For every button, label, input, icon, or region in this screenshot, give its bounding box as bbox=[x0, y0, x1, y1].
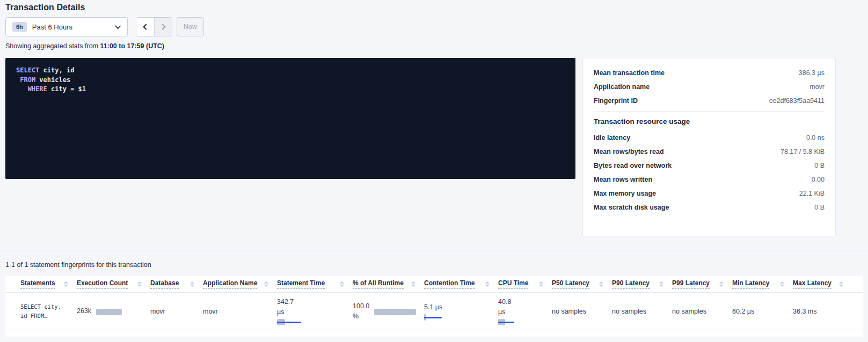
summary-row: Idle latency0.0 ns bbox=[594, 131, 825, 145]
summary-top-rows: Mean transaction time386.3 µsApplication… bbox=[594, 66, 825, 108]
value-bar bbox=[96, 309, 122, 315]
value-bar bbox=[374, 309, 416, 315]
summary-label: Application name bbox=[594, 83, 650, 91]
sort-icon[interactable] bbox=[63, 280, 69, 288]
sort-icon[interactable] bbox=[779, 280, 785, 288]
resource-usage-title: Transaction resource usage bbox=[594, 117, 825, 125]
column-header-label: Statements bbox=[20, 279, 55, 289]
table-header-row: StatementsExecution CountDatabaseApplica… bbox=[5, 276, 863, 293]
summary-value: movr bbox=[809, 83, 825, 91]
column-header[interactable]: CPU Time bbox=[498, 279, 552, 289]
column-header-label: P90 Latency bbox=[612, 279, 650, 289]
page-title: Transaction Details bbox=[5, 3, 85, 12]
sort-icon[interactable] bbox=[658, 280, 665, 288]
next-time-button[interactable] bbox=[154, 18, 172, 36]
summary-label: Mean transaction time bbox=[594, 69, 665, 77]
cell-statements[interactable]: SELECT city,id FROM… bbox=[20, 302, 77, 321]
summary-value: 0 B bbox=[814, 162, 825, 169]
sort-icon[interactable] bbox=[189, 280, 195, 288]
column-header[interactable]: Max Latency bbox=[793, 279, 852, 289]
value-bar bbox=[277, 319, 301, 325]
summary-row: Max memory usage22.1 KiB bbox=[594, 187, 825, 200]
previous-time-button[interactable] bbox=[136, 18, 154, 36]
summary-label: Mean rows written bbox=[594, 176, 652, 183]
summary-label: Bytes read over network bbox=[594, 162, 672, 169]
sql-text: SELECT city, id FROM vehicles WHERE city… bbox=[16, 66, 565, 94]
column-header-label: Min Latency bbox=[732, 279, 769, 289]
cell-max-latency: 36.3 ms bbox=[793, 308, 852, 315]
summary-label: Idle latency bbox=[594, 134, 630, 142]
summary-value: 22.1 KiB bbox=[799, 190, 825, 197]
column-header-label: Execution Count bbox=[77, 279, 128, 289]
summary-label: Fingerprint ID bbox=[594, 97, 638, 105]
column-header[interactable]: Execution Count bbox=[77, 279, 150, 289]
sort-icon[interactable] bbox=[263, 280, 269, 288]
column-header-label: Contention Time bbox=[424, 279, 475, 289]
column-header[interactable]: P50 Latency bbox=[552, 279, 612, 289]
column-header[interactable]: Contention Time bbox=[424, 279, 498, 289]
value-bar bbox=[424, 314, 442, 321]
column-header-label: Database bbox=[150, 279, 179, 289]
time-range-label: Past 6 Hours bbox=[32, 23, 116, 31]
time-range-badge: 6h bbox=[12, 22, 27, 32]
sort-icon[interactable] bbox=[838, 280, 844, 288]
summary-label: Mean rows/bytes read bbox=[594, 148, 664, 155]
sort-icon[interactable] bbox=[598, 280, 604, 288]
sort-icon[interactable] bbox=[538, 280, 544, 288]
column-header[interactable]: P99 Latency bbox=[672, 279, 732, 289]
cell-p99-latency: no samples bbox=[672, 308, 732, 315]
summary-row: Bytes read over network0 B bbox=[594, 159, 825, 173]
time-controls: 6h Past 6 Hours Now bbox=[5, 17, 204, 36]
column-header-label: P99 Latency bbox=[672, 279, 710, 289]
cell-application-name: movr bbox=[203, 308, 277, 315]
caption-range: 11:00 to 17:59 (UTC) bbox=[100, 42, 164, 50]
summary-value: 386.3 µs bbox=[799, 69, 825, 77]
time-step-buttons bbox=[136, 17, 172, 36]
column-header-label: CPU Time bbox=[498, 279, 528, 289]
aggregated-stats-caption: Showing aggregated stats from 11:00 to 1… bbox=[5, 42, 164, 50]
summary-divider bbox=[594, 111, 825, 112]
summary-value: ee2df683f5aa9411 bbox=[769, 97, 825, 105]
column-header-label: P50 Latency bbox=[552, 279, 589, 289]
cell-contention-time: 5.1 µs bbox=[424, 302, 498, 321]
statement-fingerprints-caption: 1-1 of 1 statement fingerprints for this… bbox=[5, 261, 151, 269]
sort-icon[interactable] bbox=[718, 280, 725, 288]
chevron-left-icon bbox=[143, 24, 149, 29]
table-data-row: SELECT city,id FROM…263kmovrmovr342.7µs1… bbox=[5, 293, 863, 330]
statements-table: StatementsExecution CountDatabaseApplica… bbox=[5, 276, 863, 337]
column-header[interactable]: Min Latency bbox=[732, 279, 793, 289]
column-header[interactable]: P90 Latency bbox=[612, 279, 672, 289]
column-header-label: % of All Runtime bbox=[353, 279, 404, 289]
time-range-dropdown[interactable]: 6h Past 6 Hours bbox=[5, 17, 128, 36]
chevron-right-icon bbox=[159, 24, 165, 29]
summary-row: Mean rows written0.00 bbox=[594, 173, 825, 187]
column-header[interactable]: Statements bbox=[20, 279, 77, 289]
sort-icon[interactable] bbox=[339, 280, 345, 288]
section-divider bbox=[0, 250, 868, 250]
summary-value: 78.17 / 5.8 KiB bbox=[781, 148, 825, 155]
column-header[interactable]: Database bbox=[150, 279, 203, 289]
column-header-label: Max Latency bbox=[793, 279, 831, 289]
sort-icon[interactable] bbox=[410, 280, 417, 288]
sort-icon[interactable] bbox=[484, 280, 491, 288]
summary-row: Max scratch disk usage0 B bbox=[594, 200, 825, 214]
now-button[interactable]: Now bbox=[177, 17, 204, 36]
column-header[interactable]: Application Name bbox=[203, 279, 277, 289]
column-header-label: Statement Time bbox=[277, 279, 325, 289]
summary-value: 0.00 bbox=[812, 176, 825, 183]
summary-row: Fingerprint IDee2df683f5aa9411 bbox=[594, 94, 825, 108]
resource-rows: Idle latency0.0 nsMean rows/bytes read78… bbox=[594, 131, 825, 214]
summary-label: Max scratch disk usage bbox=[594, 204, 669, 211]
cell-p90-latency: no samples bbox=[612, 308, 672, 315]
cell-statement-time: 342.7µs bbox=[277, 297, 353, 325]
cell-pct-of-all-runtime: 100.0% bbox=[353, 301, 424, 322]
cell-p50-latency: no samples bbox=[552, 308, 612, 315]
column-header[interactable]: Statement Time bbox=[277, 279, 353, 289]
transaction-summary-card: Mean transaction time386.3 µsApplication… bbox=[582, 58, 836, 236]
caption-prefix: Showing aggregated stats from bbox=[5, 42, 100, 50]
summary-row: Application namemovr bbox=[594, 80, 825, 94]
summary-value: 0.0 ns bbox=[806, 134, 825, 142]
cell-database: movr bbox=[150, 308, 203, 315]
sort-icon[interactable] bbox=[136, 280, 143, 288]
column-header[interactable]: % of All Runtime bbox=[353, 279, 424, 289]
